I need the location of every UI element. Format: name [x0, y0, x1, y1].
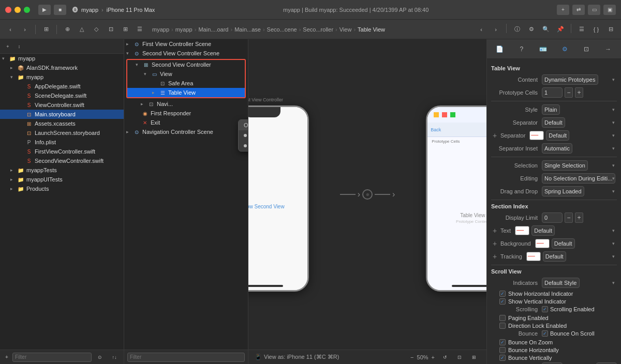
tracking-color[interactable]: [526, 252, 541, 261]
play-button[interactable]: ▶: [38, 5, 51, 15]
size-inspector-btn[interactable]: ⊡: [581, 43, 592, 55]
prototype-cells-stepper-down[interactable]: −: [565, 87, 573, 98]
separator-color-swatch[interactable]: [529, 131, 544, 140]
outline-safe-area[interactable]: ▸ ⊡ Safe Area: [127, 79, 245, 88]
close-button[interactable]: [5, 7, 11, 13]
file-filter-input[interactable]: [12, 353, 92, 362]
identity-inspector-btn[interactable]: 🪪: [538, 43, 549, 55]
separator-inset-select[interactable]: Automatic: [542, 143, 572, 154]
outline-first-responder[interactable]: ▸ ◉ First Responder: [124, 109, 248, 118]
bc-tableview[interactable]: Table View: [358, 26, 385, 33]
display-limit-stepper-down[interactable]: −: [565, 213, 573, 223]
bc-mainoard[interactable]: Main....oard: [198, 26, 228, 33]
sidebar-item-secondvc[interactable]: ▸ S SecondViewController.swift: [0, 156, 124, 165]
code-icon[interactable]: { }: [590, 24, 602, 35]
bc-myapp2[interactable]: myapp: [175, 26, 193, 33]
outline-nav-scene[interactable]: ▸ ⊙ Navigation Controller Scene: [124, 127, 248, 136]
zoom-minus-btn[interactable]: −: [410, 354, 413, 360]
sidebar-item-firstvc[interactable]: ▸ S FirstViewController.swift: [0, 147, 124, 156]
section-bg-plus[interactable]: +: [491, 240, 498, 247]
sidebar-item-scenedelegate[interactable]: ▸ S SceneDelegate.swift: [0, 91, 124, 100]
bounce-on-zoom-checkbox[interactable]: [499, 339, 506, 345]
prototype-cells-input[interactable]: [542, 87, 563, 98]
style-select[interactable]: Plain: [542, 104, 560, 115]
sort-files-btn[interactable]: ↑↓: [108, 352, 121, 363]
nav-right-icon[interactable]: ›: [490, 24, 502, 35]
toolbar-icon-4[interactable]: ⊡: [105, 24, 117, 35]
connections-inspector-btn[interactable]: →: [602, 43, 614, 55]
view-toggle-1[interactable]: ▭: [588, 5, 600, 15]
separator-color-select[interactable]: Default: [546, 130, 569, 141]
display-limit-stepper-up[interactable]: +: [575, 213, 583, 223]
sidebar-item-products[interactable]: ▸ 📁 Products: [0, 184, 124, 193]
bc-myapp1[interactable]: myapp: [152, 26, 169, 33]
canvas-layout-btn[interactable]: ⊞: [468, 352, 480, 363]
bc-mainase[interactable]: Main...ase: [234, 26, 261, 33]
section-text-color[interactable]: [515, 226, 529, 235]
separator-color-plus[interactable]: +: [491, 132, 498, 139]
grid-view-btn[interactable]: ⊞: [40, 24, 52, 35]
outline-first-scene[interactable]: ▸ ⊙ First View Controller Scene: [124, 39, 248, 49]
show-vertical-checkbox[interactable]: [499, 298, 506, 305]
sidebar-item-assets[interactable]: ▸ ⊞ Assets.xcassets: [0, 119, 124, 128]
outline-table-view[interactable]: ▸ ☰ Table View: [127, 88, 245, 97]
sidebar-item-appdelegate[interactable]: ▸ S AppDelegate.swift: [0, 82, 124, 91]
file-inspector-btn[interactable]: 📄: [494, 43, 506, 55]
show-second-view-btn[interactable]: Show Second View: [248, 204, 285, 209]
display-limit-input[interactable]: [542, 213, 563, 223]
toolbar-icon-1[interactable]: ⊕: [61, 24, 73, 35]
recent-docs-btn[interactable]: ⊙: [94, 352, 106, 363]
sort-btn[interactable]: ↕: [14, 42, 24, 51]
back-button[interactable]: ‹: [4, 24, 17, 35]
tracking-select[interactable]: Default: [543, 251, 566, 262]
content-select[interactable]: Dynamic Prototypes: [542, 74, 598, 85]
help-inspector-btn[interactable]: ?: [516, 43, 527, 55]
section-text-select[interactable]: Default: [531, 225, 555, 236]
view-toggle-2[interactable]: ▣: [603, 5, 616, 15]
canvas-refresh-btn[interactable]: ↺: [439, 352, 451, 363]
nav-left-icon[interactable]: ‹: [475, 24, 487, 35]
sidebar-item-mainstoryboard[interactable]: ▸ ⊡ Main.storyboard: [0, 110, 124, 119]
bc-secocene[interactable]: Seco...cene: [267, 26, 297, 33]
outline-filter-input[interactable]: [127, 353, 245, 362]
bounce-on-scroll-checkbox[interactable]: [542, 330, 548, 337]
bounce-horizontally-checkbox[interactable]: [499, 347, 506, 353]
sidebar-item-myapp[interactable]: ▾ 📁 myapp: [0, 54, 124, 63]
bc-view[interactable]: View: [339, 26, 352, 33]
outline-navi[interactable]: ▸ ⊡ Navi...: [124, 99, 248, 109]
sidebar-item-viewcontroller[interactable]: ▸ S ViewController.swift: [0, 100, 124, 110]
search-icon[interactable]: 🔍: [540, 24, 552, 35]
zoom-plus-btn[interactable]: +: [432, 354, 435, 360]
stop-button[interactable]: ■: [54, 5, 66, 15]
context-menu-view[interactable]: view: [239, 141, 248, 151]
forward-button[interactable]: ›: [19, 24, 31, 35]
add-group-btn[interactable]: +: [3, 354, 10, 361]
bounce-vertically-checkbox[interactable]: [499, 355, 506, 361]
selection-select[interactable]: Single Selection: [542, 160, 588, 171]
toolbar-icon-5[interactable]: ⊞: [119, 24, 131, 35]
scrolling-enabled-checkbox[interactable]: [542, 306, 548, 312]
context-menu-tableview[interactable]: tableView: [239, 130, 248, 141]
section-text-plus[interactable]: +: [491, 227, 498, 234]
layout-toggle[interactable]: ⇄: [572, 5, 585, 15]
toolbar-icon-6[interactable]: ☰: [134, 24, 146, 35]
layout-split-icon[interactable]: ⊟: [604, 24, 617, 35]
sidebar-item-myapp-group[interactable]: ▾ 📁 myapp: [0, 72, 124, 82]
fullscreen-button[interactable]: [24, 7, 30, 13]
canvas-zoom-fit-btn[interactable]: ⊡: [453, 352, 466, 363]
toolbar-icon-3[interactable]: ◇: [90, 24, 102, 35]
add-file-btn[interactable]: +: [3, 42, 12, 51]
sidebar-item-uitests[interactable]: ▸ 📁 myappUITests: [0, 175, 124, 184]
section-bg-color[interactable]: [535, 239, 550, 248]
inspector-icon[interactable]: ☰: [575, 24, 588, 35]
toolbar-icon-2[interactable]: △: [76, 24, 88, 35]
prototype-cells-stepper-up[interactable]: +: [575, 87, 583, 98]
indicators-select[interactable]: Default Style: [542, 278, 580, 288]
sidebar-item-launchscreen[interactable]: ▸ ⊡ LaunchScreen.storyboard: [0, 128, 124, 138]
canvas-content[interactable]: First View Controller Show Second View: [248, 39, 486, 350]
bc-secoroller[interactable]: Seco...roller: [303, 26, 333, 33]
outline-second-vc[interactable]: ▾ ⊞ Second View Controller: [127, 60, 245, 69]
separator-select[interactable]: Default: [542, 117, 565, 128]
sidebar-item-alansdk[interactable]: ▸ 📦 AlanSDK.framework: [0, 63, 124, 72]
drag-drop-select[interactable]: Spring Loaded: [542, 186, 584, 196]
